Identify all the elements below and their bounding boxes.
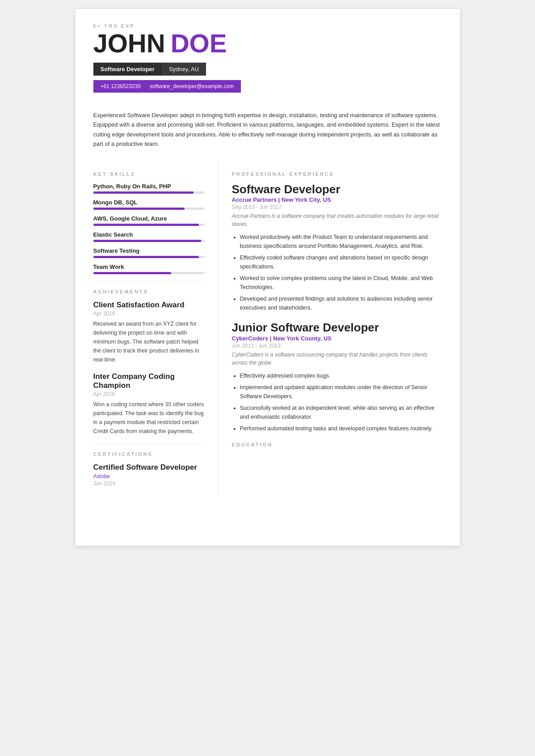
skill-item: Software Testing xyxy=(93,247,205,258)
cert-item: Certified Software Developer Adobe Jun 2… xyxy=(93,463,205,487)
achievement-item: Inter Company Coding Champion Apr 2018 W… xyxy=(93,372,205,436)
achievements-label: ACHIEVEMENTS xyxy=(93,289,205,294)
skill-item: Mongo DB, SQL xyxy=(93,199,205,210)
skill-bar-fill xyxy=(93,208,185,210)
cert-issuer: Adobe xyxy=(93,473,205,480)
job-title-label: Software Developer xyxy=(93,63,162,76)
skill-bar-bg xyxy=(93,272,205,274)
bullet-item: Effectively coded software changes and a… xyxy=(240,253,442,271)
divider-2 xyxy=(93,444,205,444)
achievements-list: Client Satisfaction Award Apr 2019 Recei… xyxy=(93,301,205,436)
skill-bar-fill xyxy=(93,191,194,194)
bullet-item: Worked productively with the Product Tea… xyxy=(240,233,442,251)
job-bullets: Worked productively with the Product Tea… xyxy=(232,233,442,312)
bullet-item: Successfully worked at an independent le… xyxy=(240,403,442,421)
bullet-item: Implemented and updated application modu… xyxy=(240,383,442,401)
job-position-title: Junior Software Developer xyxy=(232,321,442,334)
skill-bar-fill xyxy=(93,256,199,258)
achievement-desc: Won a coding contest where 35 other code… xyxy=(93,400,205,436)
jobs-list: Software Developer Accrue Partners | New… xyxy=(232,183,442,433)
job-item: Software Developer Accrue Partners | New… xyxy=(232,183,442,313)
phone-number: +61 1236523230 xyxy=(101,83,141,89)
achievement-title: Inter Company Coding Champion xyxy=(93,372,205,390)
name-first: JOHN xyxy=(93,30,165,56)
skill-name: Elastic Search xyxy=(93,231,205,238)
contact-bar: +61 1236523230 software_developer@exampl… xyxy=(93,80,241,93)
achievement-desc: Received an award from an XYZ client for… xyxy=(93,319,205,364)
skill-bar-bg xyxy=(93,208,205,210)
skill-item: Team Work xyxy=(93,263,205,274)
job-description: Accrue Partners is a software company th… xyxy=(232,212,442,228)
divider-1 xyxy=(93,281,205,282)
skill-name: Mongo DB, SQL xyxy=(93,199,205,206)
certifications-list: Certified Software Developer Adobe Jun 2… xyxy=(93,463,205,487)
key-skills-label: KEY SKILLS xyxy=(93,171,205,177)
skill-name: Software Testing xyxy=(93,247,205,254)
years-exp: 5+ YRS EXP. xyxy=(93,23,442,29)
skill-bar-bg xyxy=(93,224,205,226)
summary-section: Experienced Software Developer adept in … xyxy=(76,102,460,156)
bullet-item: Worked to solve complex problems using t… xyxy=(240,274,442,292)
skills-list: Python, Ruby On Rails, PHP Mongo DB, SQL… xyxy=(93,183,205,274)
email-address: software_developer@example.com xyxy=(150,83,234,89)
left-column: KEY SKILLS Python, Ruby On Rails, PHP Mo… xyxy=(76,161,219,496)
skill-name: Team Work xyxy=(93,263,205,270)
job-bullets: Effectively addressed complex bugs.Imple… xyxy=(232,371,442,433)
skill-bar-bg xyxy=(93,191,205,194)
job-description: CyberCoders is a software outsourcing co… xyxy=(232,351,442,367)
name-last: DOE xyxy=(171,30,227,56)
right-column: PROFESSIONAL EXPERIENCE Software Develop… xyxy=(219,161,460,496)
certifications-label: CERTIFICATIONS xyxy=(93,451,205,457)
bullet-item: Performed automated testing tasks and de… xyxy=(240,424,442,433)
cert-date: Jun 2014 xyxy=(93,480,205,487)
job-company: Accrue Partners | New York City, US xyxy=(232,196,442,203)
skill-bar-fill xyxy=(93,240,202,242)
skill-item: Elastic Search xyxy=(93,231,205,242)
skill-item: Python, Ruby On Rails, PHP xyxy=(93,183,205,194)
bullet-item: Developed and presented findings and sol… xyxy=(240,294,442,312)
resume-container: 5+ YRS EXP. JOHN DOE Software Developer … xyxy=(76,9,460,546)
job-position-title: Software Developer xyxy=(232,183,442,196)
job-dates: Jun 2011 - Jun 2013 xyxy=(232,343,442,349)
location-label: Sydney, AU xyxy=(162,63,206,76)
achievement-title: Client Satisfaction Award xyxy=(93,301,205,310)
name-row: JOHN DOE xyxy=(93,30,442,56)
summary-text: Experienced Software Developer adept in … xyxy=(93,110,442,149)
job-item: Junior Software Developer CyberCoders | … xyxy=(232,321,442,433)
experience-label: PROFESSIONAL EXPERIENCE xyxy=(232,171,442,177)
skill-bar-fill xyxy=(93,224,199,226)
skill-name: AWS, Google Cloud, Azure xyxy=(93,215,205,222)
two-col-layout: KEY SKILLS Python, Ruby On Rails, PHP Mo… xyxy=(76,156,460,496)
achievement-date: Apr 2019 xyxy=(93,310,205,317)
job-dates: Sep 2013 - Jun 2017 xyxy=(232,204,442,210)
skill-name: Python, Ruby On Rails, PHP xyxy=(93,183,205,190)
skill-item: AWS, Google Cloud, Azure xyxy=(93,215,205,226)
achievement-date: Apr 2018 xyxy=(93,391,205,397)
header-section: 5+ YRS EXP. JOHN DOE Software Developer … xyxy=(76,9,460,102)
skill-bar-fill xyxy=(93,272,171,274)
skill-bar-bg xyxy=(93,240,205,242)
title-bar: Software Developer Sydney, AU xyxy=(93,63,442,76)
skill-bar-bg xyxy=(93,256,205,258)
education-label: EDUCATION xyxy=(232,442,442,447)
job-company: CyberCoders | New York County, US xyxy=(232,335,442,342)
cert-title: Certified Software Developer xyxy=(93,463,205,472)
bullet-item: Effectively addressed complex bugs. xyxy=(240,371,442,380)
achievement-item: Client Satisfaction Award Apr 2019 Recei… xyxy=(93,301,205,364)
